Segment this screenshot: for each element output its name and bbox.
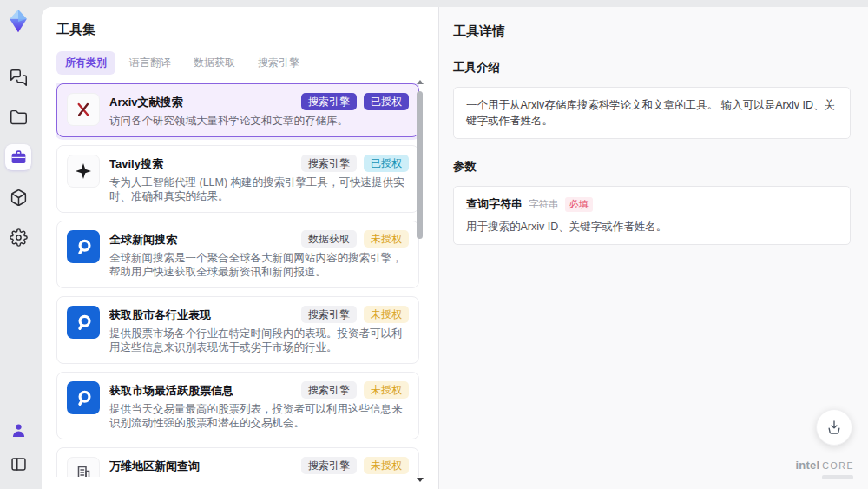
tool-card-arxiv[interactable]: Arxiv文献搜索 搜索引擎 已授权 访问各个研究领域大量科学论文和文章的存储库… <box>56 83 419 137</box>
tool-description: 提供股票市场各个行业在特定时间段内的表现。投资者可以利用这些信息来识别表现优于或… <box>109 327 409 354</box>
sidebar-item-settings[interactable] <box>5 224 31 250</box>
tool-card-body: Arxiv文献搜索 搜索引擎 已授权 访问各个研究领域大量科学论文和文章的存储库… <box>109 93 409 128</box>
tool-card-active-stocks[interactable]: 获取市场最活跃股票信息 搜索引擎 未授权 提供当天交易量最高的股票列表，投资者可… <box>56 372 419 439</box>
tool-card-regional-news[interactable]: 万维地区新闻查询 搜索引擎 未授权 查询具体行政区划内的新闻，快速了解各地新闻动 <box>56 447 419 477</box>
category-tag: 搜索引擎 <box>301 306 357 323</box>
auth-badge: 未授权 <box>364 230 409 248</box>
scrollbar-thumb[interactable] <box>417 91 423 239</box>
app-window: 工具集 所有类别 语言翻译 数据获取 搜索引擎 <box>0 0 868 489</box>
tool-name: Arxiv文献搜索 <box>109 95 183 109</box>
tab-data-fetch[interactable]: 数据获取 <box>185 51 244 75</box>
scroll-up-arrow-icon[interactable] <box>417 80 424 84</box>
list-scrollbar[interactable] <box>417 80 424 482</box>
tool-description: 专为人工智能代理 (LLM) 构建的搜索引擎工具，可快速提供实时、准确和真实的结… <box>109 175 409 203</box>
main-panel: 工具集 所有类别 语言翻译 数据获取 搜索引擎 <box>42 7 868 489</box>
tool-card-body: 万维地区新闻查询 搜索引擎 未授权 查询具体行政区划内的新闻，快速了解各地新闻动 <box>109 457 409 477</box>
tool-card-tavily[interactable]: Tavily搜索 搜索引擎 已授权 专为人工智能代理 (LLM) 构建的搜索引擎… <box>56 145 419 213</box>
tool-name: 全球新闻搜索 <box>109 232 177 247</box>
sidebar-bottom <box>5 417 31 489</box>
tool-intro-box: 一个用于从Arxiv存储库搜索科学论文和文章的工具。 输入可以是Arxiv ID… <box>453 87 851 139</box>
scroll-down-arrow-icon[interactable] <box>417 478 424 482</box>
building-icon <box>67 457 100 477</box>
auth-badge: 未授权 <box>364 381 409 399</box>
tool-description: 全球新闻搜索是一个聚合全球各大新闻网站内容的搜索引擎，帮助用户快速获取全球最新资… <box>109 251 409 279</box>
tool-card-sector-performance[interactable]: 获取股市各行业表现 搜索引擎 未授权 提供股票市场各个行业在特定时间段内的表现。… <box>56 296 419 364</box>
tool-description: 提供当天交易量最高的股票列表，投资者可以利用这些信息来识别流动性强的股票和潜在的… <box>109 402 409 430</box>
user-icon <box>10 421 28 439</box>
tool-name: 万维地区新闻查询 <box>109 459 200 473</box>
details-title: 工具详情 <box>453 23 851 40</box>
user-avatar[interactable] <box>5 417 31 443</box>
cube-icon <box>10 188 28 207</box>
category-tag: 搜索引擎 <box>301 155 357 172</box>
param-required-badge: 必填 <box>565 197 593 212</box>
param-box: 查询字符串 字符串 必填 用于搜索的Arxiv ID、关键字或作者姓名。 <box>453 186 851 245</box>
tab-all-categories[interactable]: 所有类别 <box>56 51 115 75</box>
sidebar <box>0 0 36 489</box>
auth-badge: 已授权 <box>364 93 409 110</box>
category-tag: 搜索引擎 <box>301 381 357 399</box>
tavily-star-icon <box>67 155 100 188</box>
tab-language-translation[interactable]: 语言翻译 <box>121 51 180 75</box>
chat-icon <box>10 69 28 87</box>
intel-core-badge: intelCORE <box>796 457 854 479</box>
param-name: 查询字符串 <box>466 196 523 212</box>
tab-search-engine[interactable]: 搜索引擎 <box>249 51 308 75</box>
param-type: 字符串 <box>529 198 559 211</box>
category-tag: 搜索引擎 <box>301 93 357 110</box>
app-logo-icon[interactable] <box>4 7 32 35</box>
tool-name: 获取市场最活跃股票信息 <box>109 383 233 398</box>
intel-brand-text: intel <box>796 459 820 472</box>
sidebar-item-folder[interactable] <box>5 104 31 130</box>
auth-badge: 已授权 <box>364 155 409 172</box>
sidebar-item-models[interactable] <box>5 184 31 210</box>
category-tag: 搜索引擎 <box>301 457 357 474</box>
news-search-icon <box>67 230 100 263</box>
tool-card-body: 全球新闻搜索 数据获取 未授权 全球新闻搜索是一个聚合全球各大新闻网站内容的搜索… <box>109 230 409 279</box>
tool-description: 访问各个研究领域大量科学论文和文章的存储库。 <box>109 114 409 128</box>
tool-name: 获取股市各行业表现 <box>109 307 211 322</box>
folder-icon <box>10 109 28 127</box>
tools-panel: 工具集 所有类别 语言翻译 数据获取 搜索引擎 <box>42 7 438 489</box>
page-title: 工具集 <box>56 21 438 38</box>
auth-badge: 未授权 <box>364 457 409 474</box>
param-description: 用于搜索的Arxiv ID、关键字或作者姓名。 <box>466 220 838 235</box>
category-tabs: 所有类别 语言翻译 数据获取 搜索引擎 <box>56 51 438 75</box>
params-heading: 参数 <box>453 159 851 175</box>
panel-toggle-icon <box>10 455 28 473</box>
sidebar-item-toolbox[interactable] <box>5 144 31 170</box>
tool-card-global-news[interactable]: 全球新闻搜索 数据获取 未授权 全球新闻搜索是一个聚合全球各大新闻网站内容的搜索… <box>56 221 419 288</box>
tool-card-body: 获取股市各行业表现 搜索引擎 未授权 提供股票市场各个行业在特定时间段内的表现。… <box>109 306 409 354</box>
gear-icon <box>10 228 28 247</box>
news-search-icon <box>67 306 100 339</box>
download-button[interactable] <box>816 409 852 446</box>
tool-name: Tavily搜索 <box>109 156 163 171</box>
tool-card-body: 获取市场最活跃股票信息 搜索引擎 未授权 提供当天交易量最高的股票列表，投资者可… <box>109 381 409 430</box>
panel-toggle-button[interactable] <box>5 451 31 477</box>
intro-heading: 工具介绍 <box>453 60 851 76</box>
arxiv-icon <box>67 93 100 126</box>
auth-badge: 未授权 <box>364 306 409 323</box>
download-icon <box>825 419 843 436</box>
sidebar-item-chat[interactable] <box>5 64 31 90</box>
tool-list: Arxiv文献搜索 搜索引擎 已授权 访问各个研究领域大量科学论文和文章的存储库… <box>56 83 419 477</box>
details-panel: 工具详情 工具介绍 一个用于从Arxiv存储库搜索科学论文和文章的工具。 输入可… <box>438 7 868 489</box>
sidebar-nav <box>5 64 31 250</box>
intel-badge-subline <box>822 475 853 479</box>
tool-card-body: Tavily搜索 搜索引擎 已授权 专为人工智能代理 (LLM) 构建的搜索引擎… <box>109 155 409 203</box>
toolbox-icon <box>10 149 28 167</box>
news-search-icon <box>67 381 100 414</box>
core-brand-text: CORE <box>822 460 854 471</box>
category-tag: 数据获取 <box>301 230 357 248</box>
